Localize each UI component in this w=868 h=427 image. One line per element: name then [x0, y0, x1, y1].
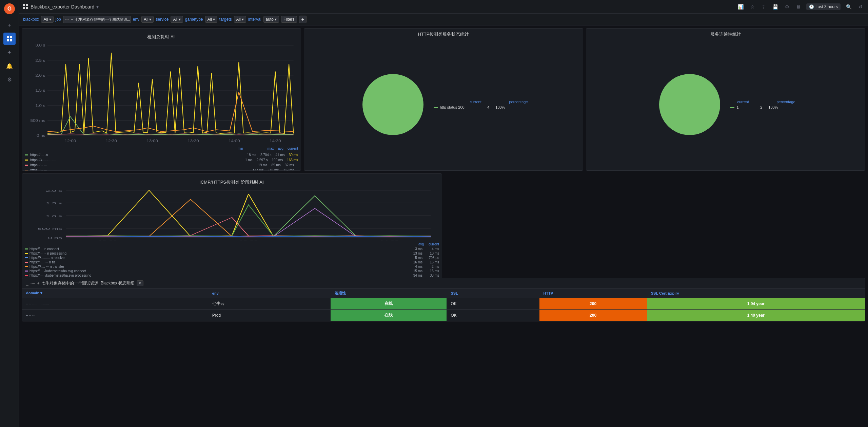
panel3-content: current percentage 1 2 100% — [586, 39, 865, 170]
pie3-current-0: 2 — [749, 105, 762, 109]
table-status-dropdown[interactable]: ▾ — [137, 280, 143, 286]
icmp-label-0: https:// ··· n connect — [29, 247, 406, 251]
interval-filter-dropdown[interactable]: auto ▾ — [263, 16, 279, 23]
svg-rect-4 — [7, 39, 9, 41]
interval-filter-value: auto — [266, 17, 274, 22]
icmp-dot-1 — [25, 253, 28, 254]
sidebar-item-explore[interactable]: ✦ — [3, 46, 16, 58]
icmp-legend-row-2: https://λ......... n resolve 5 ms 708 µs — [25, 256, 439, 260]
dashboard-arrow[interactable]: ▾ — [96, 4, 99, 10]
svg-text:0 ns: 0 ns — [48, 236, 62, 240]
pie2-legend-row-0: http status 200 4 100% — [434, 105, 528, 109]
icmp-cur-3: 16 ms — [424, 260, 439, 264]
icmp-avg-1: 13 ms — [407, 252, 422, 255]
panel-total-time: 检测总耗时 All 3.0 s 2.5 s 2.0 s — [22, 28, 301, 171]
panel1-svg: 3.0 s 2.5 s 2.0 s 1.5 s 1.0 s 500 ms 0 n… — [25, 41, 298, 147]
sidebar-item-dashboard[interactable] — [3, 33, 16, 45]
cell-http-1: 200 — [539, 310, 647, 321]
icmp-cur-5: 16 ms — [424, 269, 439, 273]
icmp-label-3: https://·...· ··· n tls — [29, 260, 406, 264]
search-icon[interactable]: 🔍 — [845, 3, 853, 11]
panel1-title: 检测总耗时 All — [25, 31, 298, 41]
monitor-icon[interactable]: 🖥 — [795, 3, 802, 11]
icmp-avg-0: 3 ms — [407, 247, 422, 251]
icmp-legend-avg-col: avg — [409, 242, 424, 246]
domain-text-1: ·· ·· ··· — [26, 313, 36, 317]
blackbox-filter-dropdown[interactable]: All ▾ — [41, 16, 53, 23]
gametype-filter-label: gametype — [185, 17, 203, 22]
time-range-picker[interactable]: 🕐 Last 3 hours — [806, 3, 841, 10]
legend-col-current: current — [288, 147, 298, 150]
cell-env-1: Prod — [208, 310, 331, 321]
service-filter-dropdown[interactable]: All ▾ — [171, 16, 183, 23]
legend-max-2: 85 ms — [272, 163, 281, 167]
icmp-dot-6 — [25, 275, 28, 276]
star-icon[interactable]: ☆ — [749, 3, 756, 11]
panel4-chart: 2.0 s 1.5 s 1.0 s 500 ms 0 ns 12:00 13:0… — [25, 187, 439, 241]
legend-max-1: 2.597 s — [257, 158, 268, 162]
legend-stats-1: 1 ms 2.597 s 199 ms 166 ms — [245, 158, 298, 162]
cell-ssl-0: OK — [447, 298, 539, 310]
legend-item-0: https:// ··· .n 18 ms 2.704 s 41 ms 30 m… — [25, 152, 298, 157]
svg-text:13:00: 13:00 — [146, 139, 158, 143]
cell-connectivity-0: 在线 — [331, 298, 447, 310]
svg-text:12:00: 12:00 — [65, 139, 76, 143]
icmp-legend-row-3: https://·...· ··· n tls 16 ms 16 ms — [25, 260, 439, 264]
targets-filter-dropdown[interactable]: All ▾ — [234, 16, 246, 23]
cell-ssl-expiry-0: 1.94 year — [647, 298, 865, 310]
pie3-pct-0: 100% — [764, 105, 778, 109]
panel3-title: 服务连通性统计 — [586, 29, 865, 39]
interval-filter-label: interval — [248, 17, 261, 22]
env-dropdown-arrow: ▾ — [149, 17, 151, 22]
share-icon[interactable]: ⇪ — [760, 3, 767, 11]
panel4-svg: 2.0 s 1.5 s 1.0 s 500 ms 0 ns 12:00 13:0… — [25, 187, 439, 241]
settings-icon[interactable]: ⚙ — [784, 3, 791, 11]
sidebar-item-add[interactable]: ＋ — [3, 19, 16, 31]
chart-icon[interactable]: 📊 — [736, 3, 745, 11]
legend-color-0 — [25, 154, 28, 155]
topbar-title-area: Blackbox_exporter Dashboard ▾ — [23, 4, 99, 10]
gametype-filter-value: All — [208, 17, 212, 22]
svg-rect-6 — [23, 4, 25, 6]
save-icon[interactable]: 💾 — [771, 3, 780, 11]
legend-stats-2: 19 ms 85 ms 32 ms — [258, 163, 298, 167]
svg-text:500 ms: 500 ms — [38, 227, 62, 230]
dashboard-title: Blackbox_exporter Dashboard — [31, 4, 94, 10]
legend-color-2 — [25, 165, 28, 166]
env-filter-dropdown[interactable]: All ▾ — [141, 16, 154, 23]
svg-text:14:00: 14:00 — [229, 139, 240, 143]
add-filter-button[interactable]: + — [299, 16, 307, 23]
pie2-pct-header: percentage — [509, 100, 528, 104]
icmp-legend-row-6: https://····· /kubernetes/ha.svg process… — [25, 273, 439, 278]
pie2-current-0: 4 — [476, 105, 489, 109]
gametype-filter-dropdown[interactable]: All ▾ — [205, 16, 217, 23]
app-logo[interactable]: G — [3, 3, 16, 15]
svg-rect-2 — [7, 36, 9, 38]
table-header-bar: _ ····· ＋ 七牛对象存储中的一个测试资源. Blackbox 状态明细 … — [22, 278, 865, 289]
sidebar-item-settings[interactable]: ⚙ — [3, 73, 16, 86]
icmp-avg-6: 34 ms — [407, 274, 422, 277]
panel2-legend-header: current percentage — [434, 100, 528, 104]
time-range-label: Last 3 hours — [815, 4, 838, 9]
filters-button[interactable]: Filters — [281, 16, 297, 23]
cell-domain-0: ·· ·· ······· ··.····· — [22, 298, 208, 310]
legend-avg-0: 41 ms — [276, 153, 285, 157]
job-filter-value: ＋ 七牛对象存储中的一个测试资源... — [70, 17, 130, 22]
legend-avg-2: 32 ms — [285, 163, 294, 167]
filterbar: blackbox All ▾ job ▪ ▪ ＋ 七牛对象存储中的一个测试资源.… — [19, 14, 868, 25]
cell-connectivity-1: 在线 — [331, 310, 447, 321]
panel1-legend-header: min max avg current — [25, 147, 298, 151]
refresh-icon[interactable]: ↺ — [857, 3, 864, 11]
svg-point-30 — [362, 74, 423, 135]
legend-label-2: https:// ·· ··· — [30, 163, 47, 167]
top-row-panels: 检测总耗时 All 3.0 s 2.5 s 2.0 s — [22, 28, 865, 171]
svg-rect-8 — [23, 7, 25, 9]
job-filter-dropdown[interactable]: ▪ ▪ ＋ 七牛对象存储中的一个测试资源... ▾ — [63, 16, 131, 23]
col-domain[interactable]: domain ▾ — [22, 289, 208, 298]
legend-col-min: min — [238, 147, 243, 150]
pie2-current-header: current — [470, 100, 504, 104]
col-ssl: SSL — [447, 289, 539, 298]
domain-text-0: ·· ·· ······· ··.····· — [26, 302, 49, 306]
panel2-legend: current percentage http status 200 4 100… — [434, 100, 528, 109]
sidebar-item-alerts[interactable]: 🔔 — [3, 60, 16, 72]
